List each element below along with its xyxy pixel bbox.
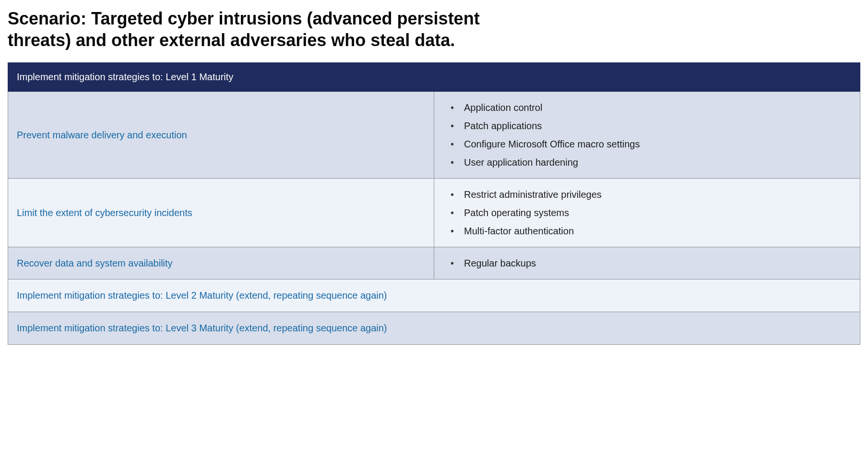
items-limit-incidents: Restrict administrative privileges Patch… — [434, 179, 860, 247]
mitigation-table: Implement mitigation strategies to: Leve… — [8, 62, 860, 345]
list-item: Restrict administrative privileges — [451, 185, 851, 204]
table-row: Recover data and system availability Reg… — [8, 247, 860, 279]
items-recover-data: Regular backups — [434, 247, 860, 279]
list-item: Multi-factor authentication — [451, 222, 851, 240]
list-item: Application control — [451, 98, 851, 117]
table-row: Implement mitigation strategies to: Leve… — [8, 312, 860, 345]
category-recover-data[interactable]: Recover data and system availability — [8, 247, 434, 279]
table-header-level1: Implement mitigation strategies to: Leve… — [8, 63, 860, 92]
list-item: Patch applications — [451, 117, 851, 135]
table-row: Prevent malware delivery and execution A… — [8, 92, 860, 179]
list-item: User application hardening — [451, 153, 851, 171]
table-row: Implement mitigation strategies to: Leve… — [8, 279, 860, 312]
footer-link-level3[interactable]: Implement mitigation strategies to: Leve… — [8, 312, 860, 345]
category-prevent-malware[interactable]: Prevent malware delivery and execution — [8, 92, 434, 179]
list-item: Configure Microsoft Office macro setting… — [451, 135, 851, 153]
category-limit-incidents[interactable]: Limit the extent of cybersecurity incide… — [8, 179, 434, 247]
list-item: Patch operating systems — [451, 204, 851, 222]
list-item: Regular backups — [451, 254, 851, 272]
footer-link-level2[interactable]: Implement mitigation strategies to: Leve… — [8, 279, 860, 312]
items-prevent-malware: Application control Patch applications C… — [434, 92, 860, 179]
table-row: Limit the extent of cybersecurity incide… — [8, 179, 860, 247]
scenario-title: Scenario: Targeted cyber intrusions (adv… — [8, 8, 535, 51]
